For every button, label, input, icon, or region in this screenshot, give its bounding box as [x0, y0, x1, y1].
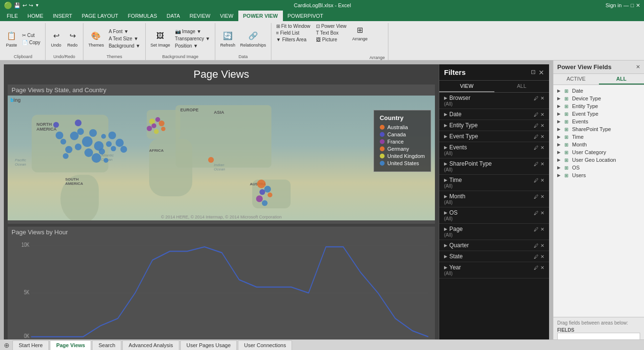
filters-area-btn[interactable]: ▼ Filters Area	[274, 36, 312, 43]
quick-access-save[interactable]: 💾	[14, 2, 21, 9]
themes-btn[interactable]: 🎨 Themes	[86, 29, 106, 48]
event-type-paint-icon[interactable]: 🖊	[534, 134, 539, 139]
pv-field-event-type[interactable]: ▶ ⊞ Event Type	[553, 110, 644, 118]
time-clear-icon[interactable]: ✕	[540, 178, 544, 183]
tab-review[interactable]: REVIEW	[185, 11, 215, 21]
filter-browser[interactable]: ▶ Browser 🖊 ✕ (All)	[439, 93, 549, 109]
filter-entity-type[interactable]: ▶ Entity Type 🖊 ✕	[439, 120, 549, 131]
month-paint-icon[interactable]: 🖊	[534, 194, 539, 199]
sharepoint-clear-icon[interactable]: ✕	[540, 161, 544, 167]
entity-type-paint-icon[interactable]: 🖊	[534, 123, 539, 128]
pv-field-events[interactable]: ▶ ⊞ Events	[553, 118, 644, 125]
pv-field-user-category[interactable]: ▶ ⊞ User Category	[553, 148, 644, 156]
sharepoint-paint-icon[interactable]: 🖊	[534, 161, 539, 167]
filters-expand-icon[interactable]: ⊡	[531, 69, 536, 76]
relationships-btn[interactable]: 🔗 Relationships	[238, 29, 268, 48]
tab-home[interactable]: HOME	[23, 11, 48, 21]
events-paint-icon[interactable]: 🖊	[534, 145, 539, 150]
filter-quarter[interactable]: ▶ Quarter 🖊 ✕	[439, 240, 549, 251]
field-list-btn[interactable]: ≡ Field List	[274, 30, 312, 36]
filter-tab-all[interactable]: ALL	[494, 81, 550, 92]
pv-fields-tab-all[interactable]: ALL	[599, 74, 644, 84]
tab-file[interactable]: FILE	[2, 11, 23, 21]
minimize-btn[interactable]: —	[623, 2, 629, 9]
events-clear-icon[interactable]: ✕	[540, 145, 544, 150]
tab-start-here[interactable]: Start Here	[12, 340, 49, 350]
tab-page-layout[interactable]: PAGE LAYOUT	[77, 11, 123, 21]
filter-year[interactable]: ▶ Year 🖊 ✕ (All)	[439, 262, 549, 278]
pv-field-entity-type[interactable]: ▶ ⊞ Entity Type	[553, 102, 644, 110]
paste-btn[interactable]: 📋 Paste	[4, 29, 19, 48]
tab-user-pages-usage[interactable]: User Pages Usage	[180, 340, 237, 350]
font-btn[interactable]: A Font ▼	[107, 28, 142, 35]
pv-fields-close-btn[interactable]: ✕	[636, 64, 640, 70]
pv-chart-section[interactable]: Page Views by Hour 10K 5K 0K	[8, 227, 435, 343]
state-clear-icon[interactable]: ✕	[540, 254, 544, 259]
power-view-container[interactable]: Page Views Page Views by State, and Coun…	[4, 64, 549, 343]
year-clear-icon[interactable]: ✕	[540, 265, 544, 270]
restore-btn[interactable]: □	[631, 2, 634, 9]
pv-field-date[interactable]: ▶ ⊞ Date	[553, 87, 644, 95]
browser-paint-icon[interactable]: 🖊	[534, 96, 539, 101]
background-btn[interactable]: Background ▼	[107, 43, 142, 49]
text-box-btn[interactable]: T Text Box	[314, 30, 348, 36]
customize-qa[interactable]: ▼	[35, 3, 39, 8]
arrange-btn[interactable]: ⊞ Arrange	[350, 23, 369, 42]
tab-user-connections[interactable]: User Connections	[238, 340, 292, 350]
pv-field-users[interactable]: ▶ ⊞ Users	[553, 171, 644, 179]
pv-fields-tab-active[interactable]: ACTIVE	[553, 74, 599, 84]
image-btn[interactable]: 📷 Image ▼	[173, 28, 212, 35]
power-view-btn[interactable]: ⊡ Power View	[314, 23, 348, 29]
fit-window-btn[interactable]: ⊞ Fit to Window	[274, 23, 312, 29]
entity-type-clear-icon[interactable]: ✕	[540, 123, 544, 128]
filter-date[interactable]: ▶ Date 🖊 ✕	[439, 109, 549, 120]
text-size-btn[interactable]: A Text Size ▼	[107, 36, 142, 42]
tab-data[interactable]: DATA	[162, 11, 185, 21]
pv-field-os[interactable]: ▶ ⊞ OS	[553, 164, 644, 171]
date-clear-icon[interactable]: ✕	[540, 112, 544, 117]
tab-search[interactable]: Search	[92, 340, 121, 350]
pv-map-section[interactable]: Page Views by State, and Country Pacific…	[8, 84, 435, 224]
cut-btn[interactable]: ✂ Cut	[20, 32, 42, 38]
copy-btn[interactable]: 📄 Copy	[20, 39, 42, 46]
quarter-paint-icon[interactable]: 🖊	[534, 243, 539, 248]
undo-btn[interactable]: ↩ Undo	[48, 29, 64, 48]
content-area[interactable]: Page Views Page Views by State, and Coun…	[0, 60, 553, 347]
filter-event-type[interactable]: ▶ Event Type 🖊 ✕	[439, 131, 549, 142]
filter-tab-view[interactable]: VIEW	[439, 81, 494, 92]
close-btn[interactable]: ✕	[636, 2, 640, 9]
pv-chart-content[interactable]: 10K 5K 0K 00:0	[8, 238, 435, 343]
state-paint-icon[interactable]: 🖊	[534, 254, 539, 259]
event-type-clear-icon[interactable]: ✕	[540, 134, 544, 139]
pv-field-time[interactable]: ▶ ⊞ Time	[553, 133, 644, 141]
filter-time[interactable]: ▶ Time 🖊 ✕ (All)	[439, 175, 549, 191]
quick-access-redo[interactable]: ↪	[29, 2, 33, 9]
tab-power-view[interactable]: POWER VIEW	[238, 11, 283, 21]
time-paint-icon[interactable]: 🖊	[534, 178, 539, 183]
redo-btn[interactable]: ↪ Redo	[65, 29, 80, 48]
tab-advanced-analysis[interactable]: Advanced Analysis	[122, 340, 179, 350]
filter-events[interactable]: ▶ Events 🖊 ✕ (All)	[439, 142, 549, 158]
pv-map-content[interactable]: PacificOcean AtlanticOcean IndianOcean N…	[8, 96, 435, 220]
transparency-btn[interactable]: Transparency ▼	[173, 36, 212, 42]
picture-btn[interactable]: 🖼 Picture	[314, 36, 348, 43]
refresh-btn[interactable]: 🔄 Refresh	[218, 29, 237, 48]
filters-close-icon[interactable]: ✕	[539, 69, 544, 76]
tab-page-views[interactable]: Page Views	[50, 340, 91, 350]
filter-page[interactable]: ▶ Page 🖊 ✕ (All)	[439, 224, 549, 240]
page-clear-icon[interactable]: ✕	[540, 227, 544, 232]
year-paint-icon[interactable]: 🖊	[534, 265, 539, 270]
position-btn[interactable]: Position ▼	[173, 43, 212, 49]
tab-view[interactable]: VIEW	[215, 11, 238, 21]
pv-field-month[interactable]: ▶ ⊞ Month	[553, 141, 644, 148]
pv-main[interactable]: Page Views Page Views by State, and Coun…	[4, 64, 439, 343]
os-paint-icon[interactable]: 🖊	[534, 210, 539, 216]
tab-insert[interactable]: INSERT	[48, 11, 77, 21]
quick-access-undo[interactable]: ↩	[23, 2, 27, 9]
filter-state[interactable]: ▶ State 🖊 ✕	[439, 251, 549, 262]
pv-field-sharepoint[interactable]: ▶ ⊞ SharePoint Type	[553, 125, 644, 133]
filter-sharepoint[interactable]: ▶ SharePoint Type 🖊 ✕ (All)	[439, 158, 549, 175]
browser-clear-icon[interactable]: ✕	[540, 96, 544, 101]
add-sheet-btn[interactable]: ⊕	[2, 341, 12, 349]
os-clear-icon[interactable]: ✕	[540, 210, 544, 216]
